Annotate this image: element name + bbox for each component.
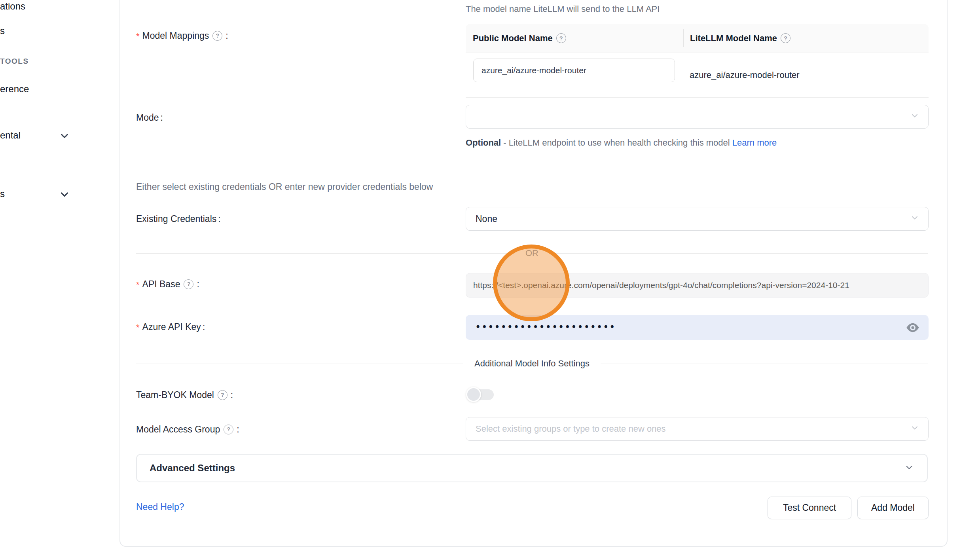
help-icon[interactable]: ? xyxy=(781,33,790,43)
sidebar-item-reference[interactable]: erence xyxy=(0,83,29,95)
help-icon[interactable]: ? xyxy=(212,31,222,41)
team-byok-label: Team-BYOK Model ? : xyxy=(136,388,233,402)
sidebar-item-organizations[interactable]: ations xyxy=(0,0,25,13)
sidebar-item-settings[interactable]: s xyxy=(0,188,5,200)
chevron-down-icon xyxy=(59,188,70,200)
eye-icon[interactable] xyxy=(906,322,920,334)
help-icon[interactable]: ? xyxy=(556,33,566,43)
model-access-group-placeholder: Select existing groups or type to create… xyxy=(476,424,666,434)
table-header-row: Public Model Name ? LiteLLM Model Name ? xyxy=(466,24,929,53)
model-access-group-select[interactable]: Select existing groups or type to create… xyxy=(466,417,929,441)
model-name-hint: The model name LiteLLM will send to the … xyxy=(466,4,660,14)
click-highlight-circle xyxy=(493,245,570,321)
add-model-button[interactable]: Add Model xyxy=(857,497,929,519)
chevron-down-icon xyxy=(59,130,70,142)
chevron-down-icon xyxy=(910,213,919,225)
toggle-knob xyxy=(466,387,481,402)
existing-credentials-select[interactable]: None xyxy=(466,207,929,231)
required-asterisk: * xyxy=(136,321,140,333)
help-icon[interactable]: ? xyxy=(224,425,233,434)
existing-credentials-value: None xyxy=(476,214,497,224)
chevron-down-icon xyxy=(910,423,919,435)
advanced-settings-panel[interactable]: Advanced Settings xyxy=(136,454,928,482)
test-connect-button[interactable]: Test Connect xyxy=(768,497,851,519)
model-mappings-table: Public Model Name ? LiteLLM Model Name ?… xyxy=(466,24,929,98)
model-mappings-label: * Model Mappings ? : xyxy=(136,29,228,42)
masked-key-value: •••••••••••••••••••••• xyxy=(475,315,616,340)
sidebar-item-experimental[interactable]: ental xyxy=(0,129,21,142)
mode-label: Mode : xyxy=(136,111,163,124)
team-byok-toggle[interactable] xyxy=(468,389,494,400)
need-help-link[interactable]: Need Help? xyxy=(136,502,184,512)
advanced-settings-title: Advanced Settings xyxy=(150,463,235,474)
public-model-name-input[interactable]: azure_ai/azure-model-router xyxy=(473,59,675,82)
azure-api-key-label: * Azure API Key : xyxy=(136,320,205,334)
help-icon[interactable]: ? xyxy=(218,390,227,400)
required-asterisk: * xyxy=(136,278,140,290)
credentials-note: Either select existing credentials OR en… xyxy=(136,182,433,192)
column-header-public-model-name: Public Model Name xyxy=(473,33,553,44)
api-base-label: * API Base ? : xyxy=(136,277,199,291)
sidebar-section-tools: TOOLS xyxy=(0,55,29,68)
existing-credentials-label: Existing Credentials : xyxy=(136,212,221,226)
required-asterisk: * xyxy=(136,30,140,42)
column-header-litellm-model-name: LiteLLM Model Name xyxy=(690,33,777,44)
litellm-model-name-value: azure_ai/azure-model-router xyxy=(690,70,800,80)
header-separator xyxy=(683,29,684,47)
help-icon[interactable]: ? xyxy=(184,279,193,289)
add-model-screen: ations s TOOLS erence ental s The model … xyxy=(0,0,980,548)
mode-select[interactable] xyxy=(466,105,929,129)
table-row: azure_ai/azure-model-router azure_ai/azu… xyxy=(466,53,929,98)
additional-settings-divider: Additional Model Info Settings xyxy=(136,358,928,369)
learn-more-link[interactable]: Learn more xyxy=(732,138,777,148)
chevron-down-icon xyxy=(904,462,914,474)
sidebar-item[interactable]: s xyxy=(0,25,5,37)
chevron-down-icon xyxy=(910,111,919,123)
mode-help-text: Optional - LiteLLM endpoint to use when … xyxy=(466,135,790,151)
model-access-group-label: Model Access Group ? : xyxy=(136,423,239,436)
